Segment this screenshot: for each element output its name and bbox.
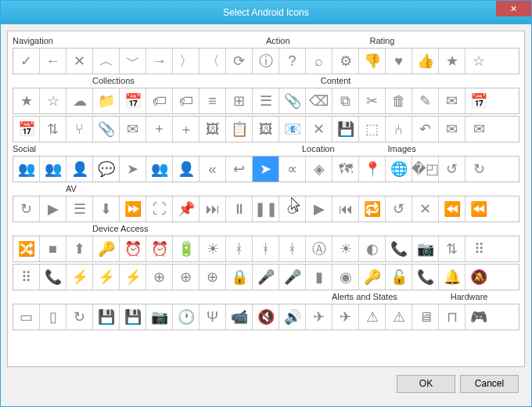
nav-back-icon[interactable]: ← — [40, 49, 66, 74]
rating-favorite-icon[interactable]: ♥ — [386, 49, 412, 74]
device-time-icon[interactable]: 🕐 — [173, 304, 200, 330]
av-rotate-icon[interactable]: ↻ — [13, 196, 40, 222]
social-reply-icon[interactable]: ↩ — [226, 157, 253, 182]
device-gps-search-icon[interactable]: ⊕ — [200, 265, 226, 290]
av-replay-icon[interactable]: ↺ — [386, 196, 412, 222]
action-settings-icon[interactable]: ⚙ — [332, 49, 359, 74]
device-screen-port-icon[interactable]: ▯ — [40, 304, 66, 330]
content-event2-icon[interactable]: 📅 — [13, 117, 40, 142]
location-directions-icon[interactable]: ◈ — [306, 157, 332, 182]
av-pause-icon[interactable]: ❚❚ — [253, 196, 279, 222]
location-map-icon[interactable]: 🗺 — [332, 157, 359, 182]
nav-cancel-icon[interactable]: ✕ — [66, 49, 93, 74]
action-help-icon[interactable]: ? — [279, 49, 306, 74]
nav-refresh-icon[interactable]: ⟳ — [226, 49, 253, 74]
collections-new-label-icon[interactable]: 🏷 — [173, 88, 200, 113]
social-person-icon[interactable]: 👤 — [66, 157, 93, 182]
av-queue-icon[interactable]: ☰ — [66, 196, 93, 222]
av-rewind-icon[interactable]: ⏪ — [439, 196, 466, 222]
social-send-icon[interactable]: ➤ — [253, 157, 279, 182]
device-storage-icon[interactable]: 💾 — [120, 304, 146, 330]
action-search-icon[interactable]: ⌕ — [306, 49, 332, 74]
device-video-icon[interactable]: 📹 — [226, 304, 253, 330]
content-remove-icon[interactable]: ✕ — [306, 117, 332, 142]
device-flash-on-icon[interactable]: ⚡ — [120, 265, 146, 290]
device-dialpad-icon[interactable]: ⠿ — [13, 265, 40, 290]
content-unread-icon[interactable]: ✉ — [439, 117, 466, 142]
rating-good-icon[interactable]: 👍 — [412, 49, 439, 74]
av-return-fs-icon[interactable]: ✕ — [412, 196, 439, 222]
content-email-icon[interactable]: ✉ — [439, 88, 466, 113]
nav-forward-icon[interactable]: → — [146, 49, 173, 74]
content-event-icon[interactable]: 📅 — [466, 88, 492, 113]
device-not-secure-icon[interactable]: 🔓 — [386, 265, 412, 290]
location-place-icon[interactable]: 📍 — [359, 157, 386, 182]
nav-expand-icon[interactable]: ﹀ — [120, 49, 146, 74]
nav-collapse-icon[interactable]: ︿ — [93, 49, 120, 74]
device-flash-off-icon[interactable]: ⚡ — [93, 265, 120, 290]
collections-view-list-icon[interactable]: ☰ — [253, 88, 279, 113]
content-undo-icon[interactable]: ↶ — [412, 117, 439, 142]
content-discard-icon[interactable]: 🗑 — [386, 88, 412, 113]
av-available-icon[interactable]: 📌 — [173, 196, 200, 222]
device-battery-icon[interactable]: 🔋 — [173, 236, 200, 261]
images-rotate-right-icon[interactable]: ↻ — [466, 157, 492, 182]
device-ring-silent-icon[interactable]: 🔕 — [466, 265, 492, 290]
content-select-all-icon[interactable]: ⬚ — [359, 117, 386, 142]
action-about-icon[interactable]: ⓘ — [253, 49, 279, 74]
content-merge-icon[interactable]: ⑂ — [66, 117, 93, 142]
icon-grid-panel[interactable]: NavigationActionRating✓←✕︿﹀→〉〈⟳ⓘ?⌕⚙👎♥👍★☆… — [7, 31, 525, 367]
av-upload-icon[interactable]: ⬆ — [66, 236, 93, 261]
location-web-icon[interactable]: 🌐 — [386, 157, 412, 182]
collections-sort-icon[interactable]: ≡ — [200, 88, 226, 113]
device-end-call-icon[interactable]: 📞 — [40, 265, 66, 290]
device-key-icon[interactable]: 🔑 — [93, 236, 120, 261]
content-import-export-icon[interactable]: ⇅ — [40, 117, 66, 142]
content-save-icon[interactable]: 💾 — [332, 117, 359, 142]
av-play-icon[interactable]: ▶ — [306, 196, 332, 222]
hw-dock-icon[interactable]: ⊓ — [439, 304, 466, 330]
device-call2-icon[interactable]: 📞 — [412, 265, 439, 290]
av-shuffle-icon[interactable]: 🔀 — [13, 236, 40, 261]
av-pause2-icon[interactable]: ⏸ — [226, 196, 253, 222]
av-slideshow-icon[interactable]: ▶ — [40, 196, 66, 222]
device-ring-icon[interactable]: 🔔 — [439, 265, 466, 290]
content-attachment-icon[interactable]: 📎 — [279, 88, 306, 113]
device-bright-low-icon[interactable]: ☀ — [200, 236, 226, 261]
content-picture-icon[interactable]: 🖼 — [200, 117, 226, 142]
device-data-icon[interactable]: ⇅ — [439, 236, 466, 261]
content-backspace-icon[interactable]: ⌫ — [306, 88, 332, 113]
alerts-airplane-off-icon[interactable]: ✈ — [306, 304, 332, 330]
content-add-person-icon[interactable]: + — [146, 117, 173, 142]
device-vol-on-icon[interactable]: 🔊 — [279, 304, 306, 330]
av-fullscreen-icon[interactable]: ⛶ — [146, 196, 173, 222]
content-picture2-icon[interactable]: 🖼 — [253, 117, 279, 142]
av-download-icon[interactable]: ⬇ — [93, 196, 120, 222]
device-new-account-icon[interactable]: 🔑 — [359, 265, 386, 290]
device-alarm-add-icon[interactable]: ⏰ — [120, 236, 146, 261]
device-gps-found-icon[interactable]: ⊕ — [146, 265, 173, 290]
av-stop-icon[interactable]: ■ — [40, 236, 66, 261]
nav-accept-icon[interactable]: ✓ — [13, 49, 40, 74]
content-email2-icon[interactable]: ✉ — [120, 117, 146, 142]
ok-button[interactable]: OK — [397, 375, 455, 393]
device-cell-icon[interactable]: ▮ — [306, 265, 332, 290]
av-play-circle-icon[interactable]: ⊙ — [279, 196, 306, 222]
content-read-icon[interactable]: 📧 — [279, 117, 306, 142]
social-cc-icon[interactable]: 💬 — [93, 157, 120, 182]
device-secure-icon[interactable]: 🔒 — [226, 265, 253, 290]
alerts-warning-icon[interactable]: ⚠ — [386, 304, 412, 330]
av-rewind2-icon[interactable]: ⏪ — [466, 196, 492, 222]
content-attachment2-icon[interactable]: 📎 — [93, 117, 120, 142]
content-paste-icon[interactable]: 📋 — [226, 117, 253, 142]
rating-bad-icon[interactable]: 👎 — [359, 49, 386, 74]
device-gps-off-icon[interactable]: ⊕ — [173, 265, 200, 290]
content-copy-icon[interactable]: ⧉ — [332, 88, 359, 113]
content-markread-icon[interactable]: ✉ — [466, 117, 492, 142]
av-previous-icon[interactable]: ⏮ — [332, 196, 359, 222]
av-repeat-icon[interactable]: 🔁 — [359, 196, 386, 222]
device-bright-med-icon[interactable]: ◐ — [359, 236, 386, 261]
rating-important2-icon[interactable]: ★ — [13, 88, 40, 113]
nav-next-icon[interactable]: 〉 — [173, 49, 200, 74]
device-call-icon[interactable]: 📞 — [386, 236, 412, 261]
